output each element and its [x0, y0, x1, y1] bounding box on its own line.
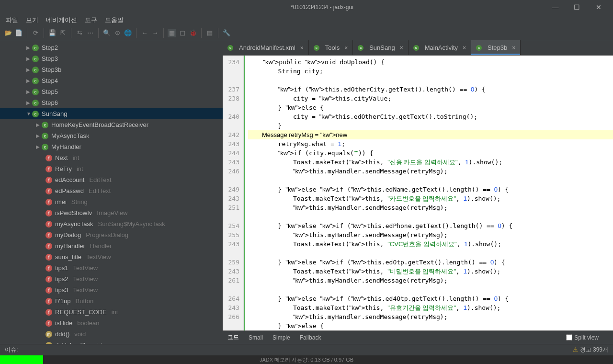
- status-issue-label: 이슈:: [5, 346, 18, 354]
- tab-Tools[interactable]: cTools×: [309, 40, 353, 55]
- close-icon[interactable]: ×: [344, 45, 348, 51]
- memory-bar: JADX 메모리 사용량: 0.13 GB / 0.97 GB: [0, 355, 613, 364]
- search-icon[interactable]: 🔍: [102, 29, 111, 37]
- more-icon[interactable]: ⋯: [86, 29, 94, 37]
- tree-member-myHandler[interactable]: fmyHandlerHandler: [0, 240, 223, 251]
- split-view-checkbox[interactable]: Split view: [566, 334, 599, 341]
- log-icon[interactable]: ▤: [205, 29, 214, 37]
- menu-view[interactable]: 보기: [22, 15, 42, 25]
- tree-member-ReTry[interactable]: fReTryint: [0, 163, 223, 174]
- tree-member-edPasswd[interactable]: fedPasswdEditText: [0, 185, 223, 196]
- toolbar: 📂 📄 ⟳ 💾 ⇱ ⇆ ⋯ 🔍 ⊙ 🌐 ← → ▦ ▢ 🐞 ▤ 🔧: [0, 26, 613, 40]
- close-icon[interactable]: ×: [463, 45, 466, 51]
- menu-nav[interactable]: 네비게이션: [42, 15, 81, 25]
- tab-Step3b[interactable]: cStep3b×: [471, 40, 521, 55]
- tree-member-ddd()[interactable]: mddd()void: [0, 329, 223, 340]
- forward-icon[interactable]: →: [151, 29, 159, 37]
- tree-member-edAccount[interactable]: fedAccountEditText: [0, 174, 223, 185]
- back-icon[interactable]: ←: [140, 29, 149, 37]
- statusbar: 이슈: ⚠경고 399개: [0, 344, 613, 355]
- globe-icon[interactable]: 🌐: [124, 29, 132, 37]
- tree-member-myAsyncTask[interactable]: fmyAsyncTaskSunSang$MyAsyncTask: [0, 218, 223, 229]
- tree-member-f71up[interactable]: ff71upButton: [0, 296, 223, 307]
- save-icon[interactable]: 💾: [48, 29, 57, 37]
- window-title: *01012341234 - jadx-gui: [100, 4, 545, 11]
- tab-MainActivity[interactable]: cMainActivity×: [409, 40, 471, 55]
- close-icon[interactable]: ×: [512, 45, 515, 51]
- tree-member-tips1[interactable]: ftips1TextView: [0, 262, 223, 273]
- status-warnings[interactable]: ⚠경고 399개: [573, 346, 608, 354]
- tree-class-Step6[interactable]: ▶ cStep6: [0, 97, 223, 108]
- tree-member-doUpload()[interactable]: mdoUpload()void: [0, 340, 223, 344]
- editor-bottom-tabs: 코드 Smali Simple Fallback Split view: [223, 330, 613, 344]
- tree-member-isHide[interactable]: fisHideboolean: [0, 318, 223, 329]
- tree-class-HomeKeyEventBroadCastReceiver[interactable]: ▶ cHomeKeyEventBroadCastReceiver: [0, 119, 223, 130]
- add-file-icon[interactable]: 📄: [14, 29, 23, 37]
- tree-member-tips3[interactable]: ftips3TextView: [0, 284, 223, 296]
- goto-icon[interactable]: ⊙: [113, 29, 122, 37]
- menu-file[interactable]: 파일: [2, 15, 22, 25]
- titlebar: *01012341234 - jadx-gui — ☐ ✕: [0, 0, 613, 14]
- tree-class-Step5[interactable]: ▶ cStep5: [0, 86, 223, 97]
- menubar: 파일 보기 네비게이션 도구 도움말: [0, 14, 613, 26]
- close-button[interactable]: ✕: [588, 0, 609, 14]
- tree-member-tips2[interactable]: ftips2TextView: [0, 273, 223, 284]
- minimize-button[interactable]: —: [545, 0, 566, 14]
- tree-member-myDialog[interactable]: fmyDialogProgressDialog: [0, 229, 223, 240]
- bug-icon[interactable]: 🐞: [189, 29, 197, 37]
- tab-AndroidManifest.xml[interactable]: cAndroidManifest.xml×: [223, 40, 309, 55]
- close-icon[interactable]: ×: [300, 45, 304, 51]
- tree-member-suns_title[interactable]: fsuns_titleTextView: [0, 251, 223, 262]
- tree-member-Next[interactable]: fNextint: [0, 152, 223, 163]
- tree-class-Step3b[interactable]: ▶ cStep3b: [0, 64, 223, 75]
- refresh-icon[interactable]: ⟳: [31, 29, 40, 37]
- gutter: 234 237238 240 242243244243246 249243251…: [223, 56, 244, 330]
- tree-class-MyAsyncTask[interactable]: ▶ cMyAsyncTask: [0, 130, 223, 141]
- wrench-icon[interactable]: 🔧: [222, 29, 231, 37]
- tree-member-REQUEST_CODE[interactable]: fREQUEST_CODEint: [0, 307, 223, 318]
- menu-tools[interactable]: 도구: [81, 15, 101, 25]
- tree-class-Step3[interactable]: ▶ cStep3: [0, 53, 223, 64]
- tab-simple[interactable]: Simple: [272, 334, 290, 341]
- code-editor[interactable]: "kw">public "kw">void doUpload() { Strin…: [244, 56, 613, 330]
- tree-class-MyHandler[interactable]: ▶ cMyHandler: [0, 141, 223, 152]
- tab-SunSang[interactable]: cSunSang×: [353, 40, 409, 55]
- export-icon[interactable]: ⇱: [58, 29, 67, 37]
- deobf-icon[interactable]: ▢: [178, 29, 187, 37]
- debug-icon[interactable]: ▦: [168, 29, 176, 37]
- sidebar: ▶ cStep2▶ cStep3▶ cStep3b▶ cStep4▶ cStep…: [0, 40, 223, 344]
- tab-smali[interactable]: Smali: [249, 334, 263, 341]
- sync-icon[interactable]: ⇆: [75, 29, 84, 37]
- editor-tabs: cAndroidManifest.xml×cTools×cSunSang×cMa…: [223, 40, 613, 56]
- tree-member-imei[interactable]: fimeiString: [0, 196, 223, 207]
- tree-member-isPwdShowIv[interactable]: fisPwdShowIvImageView: [0, 207, 223, 218]
- close-icon[interactable]: ×: [400, 45, 403, 51]
- folder-open-icon[interactable]: 📂: [4, 29, 12, 37]
- tree-class-SunSang[interactable]: ▼ cSunSang: [0, 108, 223, 119]
- menu-help[interactable]: 도움말: [101, 15, 127, 25]
- tree-class-Step2[interactable]: ▶ cStep2: [0, 42, 223, 53]
- maximize-button[interactable]: ☐: [566, 0, 588, 14]
- tab-code[interactable]: 코드: [227, 333, 239, 341]
- memory-progress: [0, 355, 43, 364]
- tab-fallback[interactable]: Fallback: [300, 334, 321, 341]
- tree-class-Step4[interactable]: ▶ cStep4: [0, 75, 223, 86]
- class-tree[interactable]: ▶ cStep2▶ cStep3▶ cStep3b▶ cStep4▶ cStep…: [0, 40, 223, 344]
